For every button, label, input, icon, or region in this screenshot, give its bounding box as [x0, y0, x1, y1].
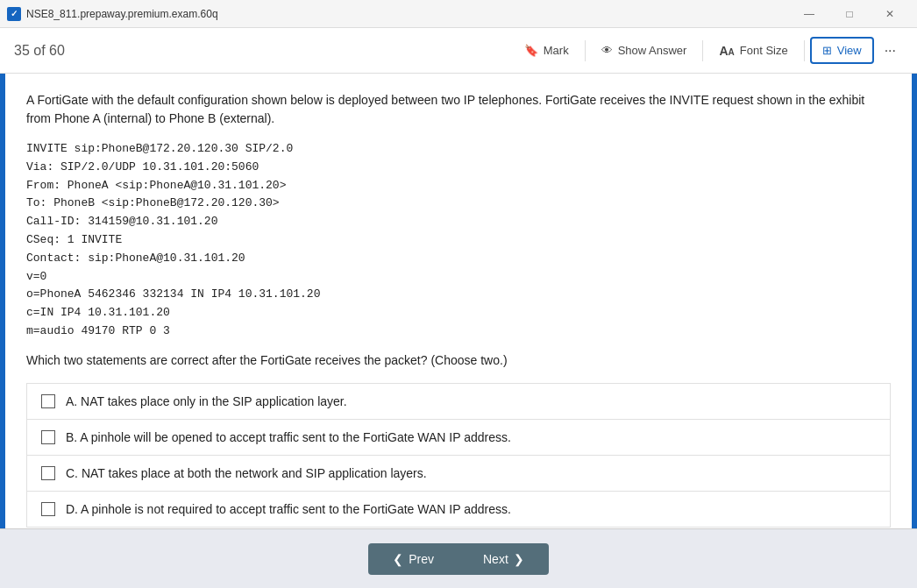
divider-3	[804, 40, 805, 61]
code-block: INVITE sip:PhoneB@172.20.120.30 SIP/2.0 …	[26, 140, 891, 341]
code-line-6: CSeq: 1 INVITE	[26, 231, 891, 250]
code-line-2: Via: SIP/2.0/UDP 10.31.101.20:5060	[26, 159, 891, 177]
view-label: View	[837, 44, 862, 57]
eye-icon: 👁	[601, 44, 613, 57]
app-icon: ✓	[7, 7, 21, 21]
show-answer-button[interactable]: 👁 Show Answer	[591, 39, 698, 62]
bookmark-icon: 🔖	[524, 44, 538, 57]
content-area: A FortiGate with the default configurati…	[5, 74, 912, 528]
question-prompt: Which two statements are correct after t…	[26, 353, 891, 367]
maximize-button[interactable]: □	[829, 0, 870, 28]
close-button[interactable]: ✕	[870, 0, 910, 28]
code-line-10: c=IN IP4 10.31.101.20	[26, 304, 891, 322]
code-line-8: v=0	[26, 268, 891, 287]
checkbox-c[interactable]	[41, 466, 55, 480]
main-wrapper: A FortiGate with the default configurati…	[0, 74, 917, 528]
divider-2	[702, 40, 703, 61]
mark-button[interactable]: 🔖 Mark	[514, 39, 579, 62]
question-intro: A FortiGate with the default configurati…	[26, 91, 891, 128]
topbar: 35 of 60 🔖 Mark 👁 Show Answer AA Font Si…	[0, 28, 917, 74]
minimize-button[interactable]: —	[789, 0, 829, 28]
choice-d[interactable]: D. A pinhole is not required to accept t…	[26, 491, 891, 528]
view-button[interactable]: ⊞ View	[810, 37, 874, 64]
titlebar: ✓ NSE8_811.prepaway.premium.exam.60q — □…	[0, 0, 917, 28]
choice-d-label: D. A pinhole is not required to accept t…	[66, 502, 511, 516]
checkbox-d[interactable]	[41, 502, 55, 516]
question-counter: 35 of 60	[14, 43, 514, 59]
choice-a-label: A. NAT takes place only in the SIP appli…	[66, 394, 347, 408]
code-line-1: INVITE sip:PhoneB@172.20.120.30 SIP/2.0	[26, 140, 891, 159]
next-icon: ❯	[514, 552, 524, 566]
checkbox-a[interactable]	[41, 394, 55, 408]
next-label: Next	[483, 552, 508, 566]
right-accent	[912, 74, 917, 528]
divider-1	[585, 40, 586, 61]
more-button[interactable]: ···	[878, 38, 903, 64]
font-size-icon: AA	[719, 44, 734, 58]
next-button[interactable]: Next ❯	[458, 543, 549, 575]
choice-c-label: C. NAT takes place at both the network a…	[66, 466, 427, 480]
code-line-5: Call-ID: 314159@10.31.101.20	[26, 213, 891, 231]
prev-icon: ❮	[393, 552, 403, 566]
topbar-actions: 🔖 Mark 👁 Show Answer AA Font Size ⊞ View…	[514, 37, 903, 64]
font-size-label: Font Size	[740, 44, 788, 57]
window-title: NSE8_811.prepaway.premium.exam.60q	[26, 8, 789, 20]
view-icon: ⊞	[822, 44, 832, 57]
choice-b[interactable]: B. A pinhole will be opened to accept tr…	[26, 419, 891, 455]
answer-choices: A. NAT takes place only in the SIP appli…	[26, 383, 891, 528]
checkbox-b[interactable]	[41, 430, 55, 444]
code-line-9: o=PhoneA 5462346 332134 IN IP4 10.31.101…	[26, 286, 891, 304]
prev-button[interactable]: ❮ Prev	[368, 543, 458, 575]
window-controls: — □ ✕	[789, 0, 910, 28]
code-line-3: From: PhoneA <sip:PhoneA@10.31.101.20>	[26, 177, 891, 195]
choice-a[interactable]: A. NAT takes place only in the SIP appli…	[26, 383, 891, 419]
choice-b-label: B. A pinhole will be opened to accept tr…	[66, 430, 511, 444]
bottom-navigation: ❮ Prev Next ❯	[0, 528, 917, 588]
code-line-11: m=audio 49170 RTP 0 3	[26, 322, 891, 341]
font-size-button[interactable]: AA Font Size	[708, 39, 798, 63]
code-line-7: Contact: sip:PhoneA@10.31.101.20	[26, 250, 891, 268]
mark-label: Mark	[544, 44, 569, 57]
choice-c[interactable]: C. NAT takes place at both the network a…	[26, 455, 891, 491]
prev-label: Prev	[409, 552, 434, 566]
code-line-4: To: PhoneB <sip:PhoneB@172.20.120.30>	[26, 195, 891, 213]
show-answer-label: Show Answer	[618, 44, 687, 57]
